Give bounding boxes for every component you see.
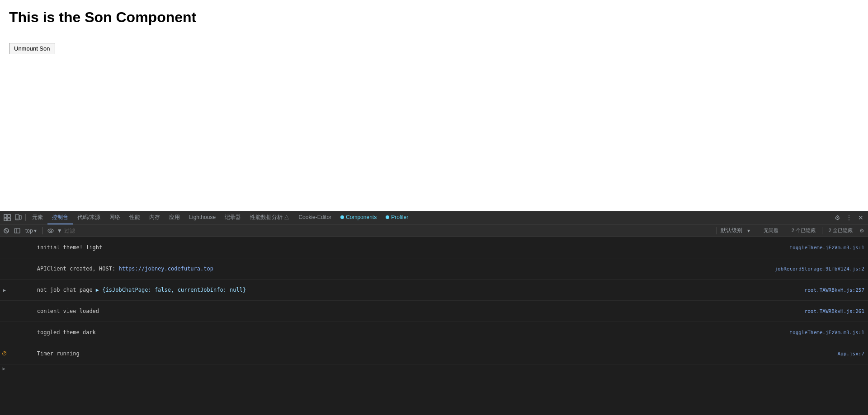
tab-application[interactable]: 应用 — [165, 211, 184, 224]
tab-perf-insights[interactable]: 性能数据分析 △ — [245, 211, 294, 224]
timer-icon: ⏱ — [0, 350, 9, 357]
svg-point-12 — [50, 230, 52, 232]
console-row: initial theme! light toggleTheme.jEzVm.m… — [0, 237, 868, 258]
row-text: toggled theme dark — [9, 323, 778, 342]
svg-rect-0 — [4, 214, 7, 217]
page-title: This is the Son Component — [9, 9, 859, 26]
settings-button[interactable]: ⚙ — [832, 212, 843, 223]
unmount-son-button[interactable]: Unmount Son — [9, 43, 55, 54]
tab-performance[interactable]: 性能 — [125, 211, 145, 224]
row-text: not job chat page ▶ {isJobChatPage: fals… — [9, 280, 778, 299]
console-caret: > — [2, 366, 5, 372]
close-devtools-button[interactable]: ✕ — [855, 212, 866, 223]
devtools-right-actions: ⚙ ⋮ ✕ — [832, 212, 866, 223]
tab-components[interactable]: Components — [336, 211, 381, 224]
tab-cookie-editor[interactable]: Cookie-Editor — [294, 211, 336, 224]
level-label: 默认级别 — [721, 227, 742, 234]
device-mode-button[interactable] — [13, 212, 24, 223]
console-messages[interactable]: initial theme! light toggleTheme.jEzVm.m… — [0, 237, 868, 415]
row-source[interactable]: toggleTheme.jEzVm.m3.js:1 — [778, 330, 868, 336]
row-source[interactable]: App.jsx:7 — [778, 351, 868, 357]
row-text: APIClient created, HOST: https://jobney.… — [9, 259, 774, 278]
row-source[interactable]: jobRecordStorage.9LfbV1Z4.js:2 — [774, 266, 868, 272]
issues-settings-button[interactable]: ⚙ — [857, 226, 866, 235]
row-text: content view loaded — [9, 302, 778, 321]
tab-profiler[interactable]: Profiler — [381, 211, 413, 224]
svg-line-8 — [5, 229, 8, 232]
tab-elements[interactable]: 元素 — [28, 211, 47, 224]
context-selector[interactable]: top ▾ — [24, 227, 38, 235]
issues-count-1: 2 个已隐藏 — [789, 227, 818, 234]
console-row: content view loaded root.TAWRBkvH.js:261 — [0, 301, 868, 322]
svg-rect-9 — [14, 228, 20, 233]
console-row-timer: ⏱ Timer running App.jsx:7 — [0, 343, 868, 364]
no-issues-label: 无问题 — [761, 227, 781, 234]
row-text: initial theme! light — [9, 238, 778, 257]
devtools-panel: 元素 控制台 代码/来源 网络 性能 内存 应用 Lighthouse 记录器 … — [0, 211, 868, 415]
console-filter-input[interactable] — [64, 228, 713, 234]
row-source[interactable]: root.TAWRBkvH.js:261 — [778, 308, 868, 314]
svg-rect-1 — [8, 214, 10, 217]
main-content: This is the Son Component Unmount Son — [0, 0, 868, 211]
more-options-button[interactable]: ⋮ — [844, 212, 854, 223]
toggle-sidebar-button[interactable] — [13, 226, 22, 235]
issues-count-2: 2 全已隐藏 — [826, 227, 855, 234]
svg-point-11 — [48, 229, 53, 233]
clear-console-button[interactable] — [2, 226, 11, 235]
level-dropdown-button[interactable]: ▾ — [744, 226, 753, 235]
console-row: toggled theme dark toggleTheme.jEzVm.m3.… — [0, 322, 868, 343]
tab-recorder[interactable]: 记录器 — [220, 211, 245, 224]
svg-rect-6 — [19, 215, 21, 219]
row-expand-icon[interactable]: ▶ — [0, 288, 9, 293]
tab-lighthouse[interactable]: Lighthouse — [184, 211, 220, 224]
devtools-toolbar: 元素 控制台 代码/来源 网络 性能 内存 应用 Lighthouse 记录器 … — [0, 211, 868, 224]
inspect-icon-button[interactable] — [2, 212, 13, 223]
svg-rect-2 — [4, 218, 7, 221]
react-dot-icon — [340, 215, 344, 219]
row-source[interactable]: root.TAWRBkvH.js:257 — [778, 287, 868, 293]
tab-console[interactable]: 控制台 — [47, 211, 73, 224]
row-source[interactable]: toggleTheme.jEzVm.m3.js:1 — [778, 245, 868, 251]
eye-icon-button[interactable] — [46, 226, 55, 235]
row-text: Timer running — [9, 344, 778, 363]
tab-network[interactable]: 网络 — [105, 211, 125, 224]
svg-rect-3 — [8, 218, 10, 221]
console-bar: top ▾ ▼ 默认级别 ▾ 无问题 2 个已隐藏 2 全已隐藏 — [0, 224, 868, 237]
console-input-row[interactable]: > — [0, 364, 868, 373]
console-row: APIClient created, HOST: https://jobney.… — [0, 258, 868, 280]
console-row: ▶ not job chat page ▶ {isJobChatPage: fa… — [0, 280, 868, 301]
tab-memory[interactable]: 内存 — [145, 211, 165, 224]
react-dot-icon-2 — [386, 215, 389, 219]
filter-icon: ▼ — [57, 228, 62, 234]
tab-sources[interactable]: 代码/来源 — [73, 211, 105, 224]
